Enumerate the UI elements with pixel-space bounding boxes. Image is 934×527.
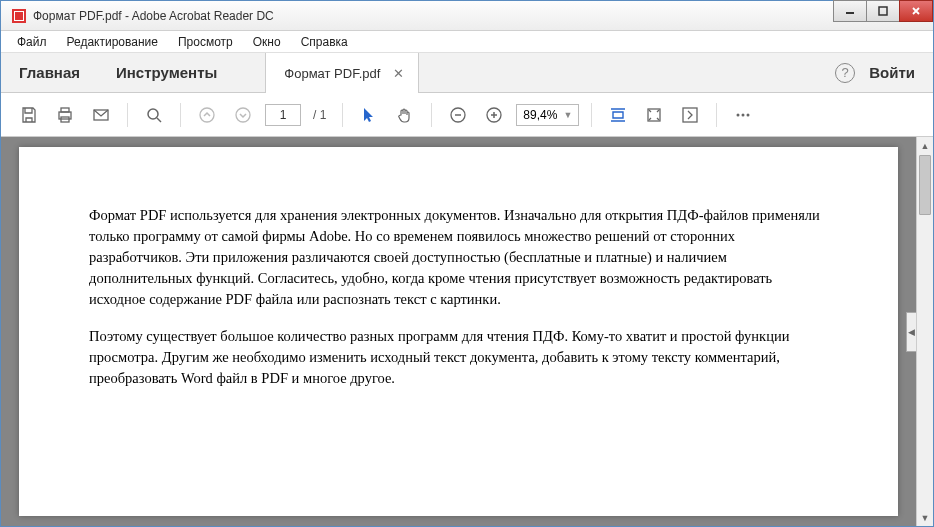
titlebar: Формат PDF.pdf - Adobe Acrobat Reader DC	[1, 1, 933, 31]
svg-point-9	[148, 109, 158, 119]
email-icon[interactable]	[87, 101, 115, 129]
tab-document-label: Формат PDF.pdf	[284, 66, 380, 81]
page-number-input[interactable]	[265, 104, 301, 126]
fit-width-icon[interactable]	[604, 101, 632, 129]
menu-help[interactable]: Справка	[293, 33, 356, 51]
svg-rect-15	[683, 108, 697, 122]
app-icon	[11, 8, 27, 24]
page-up-icon[interactable]	[193, 101, 221, 129]
right-panel-handle[interactable]: ◀	[906, 312, 916, 352]
content-area: ▶ Формат PDF используется для хранения э…	[1, 137, 933, 526]
zoom-value: 89,4%	[523, 108, 557, 122]
maximize-button[interactable]	[866, 0, 900, 22]
close-button[interactable]	[899, 0, 933, 22]
page-down-icon[interactable]	[229, 101, 257, 129]
zoom-select[interactable]: 89,4% ▼	[516, 104, 579, 126]
tab-home[interactable]: Главная	[1, 53, 98, 92]
tab-document[interactable]: Формат PDF.pdf ✕	[265, 53, 419, 93]
svg-point-16	[737, 113, 740, 116]
help-icon[interactable]: ?	[835, 63, 855, 83]
zoom-out-icon[interactable]	[444, 101, 472, 129]
more-tools-icon[interactable]	[729, 101, 757, 129]
svg-rect-2	[15, 12, 23, 20]
paragraph-2: Поэтому существует большое количество ра…	[89, 326, 828, 389]
search-icon[interactable]	[140, 101, 168, 129]
login-button[interactable]: Войти	[869, 64, 915, 81]
app-window: Формат PDF.pdf - Adobe Acrobat Reader DC…	[0, 0, 934, 527]
page-total: / 1	[309, 108, 330, 122]
print-icon[interactable]	[51, 101, 79, 129]
svg-point-10	[200, 108, 214, 122]
svg-point-18	[747, 113, 750, 116]
svg-rect-6	[61, 108, 69, 112]
menu-file[interactable]: Файл	[9, 33, 55, 51]
tabbar: Главная Инструменты Формат PDF.pdf ✕ ? В…	[1, 53, 933, 93]
window-controls	[834, 1, 933, 30]
svg-point-17	[742, 113, 745, 116]
toolbar: / 1 89,4% ▼	[1, 93, 933, 137]
svg-point-11	[236, 108, 250, 122]
scrollbar-thumb[interactable]	[919, 155, 931, 215]
menubar: Файл Редактирование Просмотр Окно Справк…	[1, 31, 933, 53]
svg-rect-4	[879, 7, 887, 15]
page-viewport[interactable]: Формат PDF используется для хранения эле…	[1, 137, 916, 526]
minimize-button[interactable]	[833, 0, 867, 22]
hand-tool-icon[interactable]	[391, 101, 419, 129]
select-tool-icon[interactable]	[355, 101, 383, 129]
save-icon[interactable]	[15, 101, 43, 129]
window-title: Формат PDF.pdf - Adobe Acrobat Reader DC	[33, 9, 834, 23]
menu-window[interactable]: Окно	[245, 33, 289, 51]
vertical-scrollbar[interactable]: ▲ ▼	[916, 137, 933, 526]
tab-close-icon[interactable]: ✕	[390, 65, 406, 81]
tab-tools[interactable]: Инструменты	[98, 53, 235, 92]
menu-view[interactable]: Просмотр	[170, 33, 241, 51]
menu-edit[interactable]: Редактирование	[59, 33, 166, 51]
svg-rect-3	[846, 12, 854, 14]
scroll-down-icon[interactable]: ▼	[917, 509, 933, 526]
pdf-page: Формат PDF используется для хранения эле…	[19, 147, 898, 516]
zoom-in-icon[interactable]	[480, 101, 508, 129]
chevron-down-icon: ▼	[563, 110, 572, 120]
fit-page-icon[interactable]	[640, 101, 668, 129]
scroll-up-icon[interactable]: ▲	[917, 137, 933, 154]
paragraph-1: Формат PDF используется для хранения эле…	[89, 205, 828, 310]
fullscreen-icon[interactable]	[676, 101, 704, 129]
